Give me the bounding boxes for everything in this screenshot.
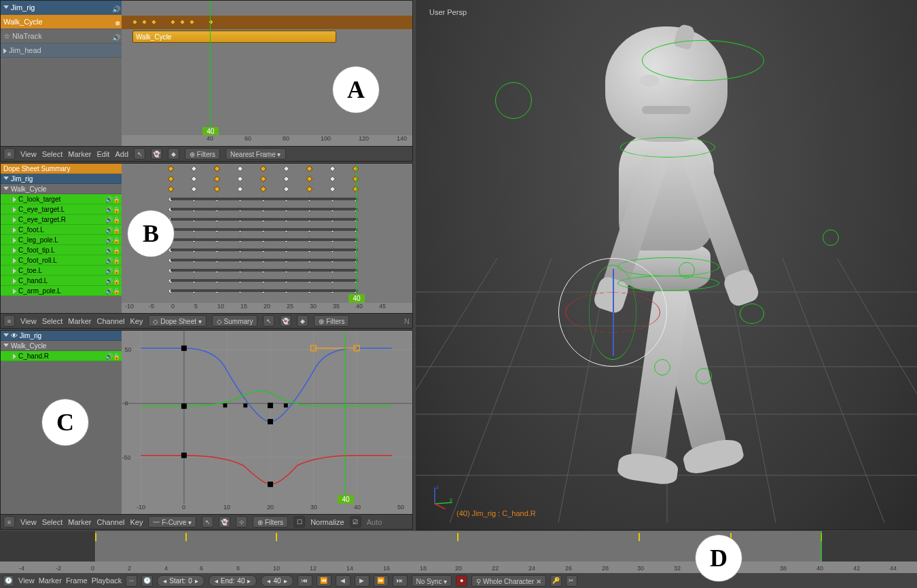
keyframe-diamond[interactable] [306,176,313,183]
jump-start-icon[interactable]: ⏮ [298,575,312,587]
editor-type-icon[interactable]: ≡ [3,148,15,160]
keyframe-diamond[interactable] [191,176,198,183]
play-reverse-icon[interactable]: ◀ [336,575,350,587]
ghost-icon[interactable]: 👻 [151,148,162,160]
dope-bone-row[interactable]: C_leg_pole.L🔊🔒 [1,235,122,245]
keyframe-diamond[interactable] [260,186,267,193]
graph-walkcycle-row[interactable]: Walk_Cycle [1,341,122,351]
keyframe-diamond[interactable] [283,176,290,183]
snowflake-icon[interactable]: ❄ [115,16,120,31]
playhead[interactable] [356,164,357,313]
speaker-icon[interactable]: 🔊 [112,2,120,16]
playhead[interactable] [210,1,211,147]
editor-type-icon[interactable]: ≡ [3,315,15,327]
ghost-icon[interactable]: 👻 [219,516,230,528]
markers-icon[interactable]: ◆ [297,315,308,327]
menu-view[interactable]: View [20,317,37,325]
keyframe-marker[interactable] [276,533,277,541]
menu-frame[interactable]: Frame [66,576,88,585]
keyframe-diamond[interactable] [260,166,267,172]
start-frame-input[interactable]: ◂ Start: 0 ▸ [157,575,204,587]
graph-curve-area[interactable]: 50 0 -50 40 -10 0 10 20 30 40 50 [122,331,412,514]
keyframe-diamond[interactable] [329,186,336,193]
menu-key[interactable]: Key [130,317,143,325]
keyframe-diamond[interactable] [168,176,175,183]
playhead[interactable] [345,331,346,514]
dope-bone-row[interactable]: C_look_target🔊🔒 [1,194,122,204]
nla-row-jim-head[interactable]: Jim_head [1,43,122,58]
sync-dropdown[interactable]: No Sync ▾ [412,575,452,587]
markers-icon[interactable]: ◆ [168,148,179,160]
dope-jim-rig-row[interactable]: Jim_rig [1,174,122,184]
auto-checkbox[interactable]: ☑ [350,516,361,528]
keyframe-diamond[interactable] [237,176,244,183]
range-icon[interactable]: ↔ [126,575,137,587]
key-delete-icon[interactable]: ✂ [566,575,577,587]
keyframe-diamond[interactable] [260,176,267,183]
keyframe-diamond[interactable] [191,186,198,193]
normalize-checkbox[interactable]: ☐ [293,516,305,528]
key-insert-icon[interactable]: 🔑 [550,575,562,587]
play-icon[interactable]: ▶ [355,575,370,587]
filters-button[interactable]: ⊕ Filters [314,315,349,327]
menu-channel[interactable]: Channel [96,518,124,526]
keyframe-diamond[interactable] [329,176,336,183]
sel-icon[interactable]: ↖ [263,315,274,327]
menu-key[interactable]: Key [130,518,143,526]
menu-playback[interactable]: Playback [92,576,122,585]
dope-walkcycle-row[interactable]: Walk_Cycle [1,184,122,194]
dope-summary-row[interactable]: Dope Sheet Summary [1,164,122,174]
3d-viewport[interactable]: User Persp [416,0,917,530]
nla-row-jim-rig[interactable]: Jim_rig 🔊 [1,1,122,15]
editor-type-icon[interactable]: ≡ [3,516,15,528]
nla-row-nlatrack[interactable]: ☆ NlaTrack 🔊 [1,29,122,43]
keyframe-diamond[interactable] [214,186,221,193]
keyframe-diamond[interactable] [283,186,290,193]
menu-select[interactable]: Select [42,317,63,325]
menu-select[interactable]: Select [42,150,63,158]
rotation-gizmo[interactable] [558,258,667,367]
keyframe-diamond[interactable] [306,166,313,172]
dope-bone-row[interactable]: C_hand.L🔊🔒 [1,276,122,286]
filters-button[interactable]: ⊕ Filters [253,516,288,528]
keyframe-diamond[interactable] [237,166,244,172]
keyframe-diamond[interactable] [168,186,175,193]
clock-icon[interactable]: 🕐 [141,575,153,587]
nla-strip[interactable]: Walk_Cycle [132,31,336,43]
menu-view[interactable]: View [20,150,37,158]
snap-dropdown[interactable]: Nearest Frame ▾ [226,148,285,160]
keyframe-diamond[interactable] [191,166,198,172]
summary-toggle[interactable]: ◇ Summary [212,315,258,327]
keyframe-marker[interactable] [639,533,640,541]
dope-bone-row[interactable]: C_foot.L🔊🔒 [1,225,122,235]
menu-marker[interactable]: Marker [68,150,91,158]
keyframe-diamond[interactable] [329,166,336,172]
keyframe-diamond[interactable] [283,166,290,172]
keyframe-diamond[interactable] [214,166,221,172]
graph-bone-row[interactable]: C_hand.R🔊🔒 [1,351,122,361]
filters-button[interactable]: ⊕ Filters [185,148,220,160]
keyframe-diamond[interactable] [214,176,221,183]
keying-set-dropdown[interactable]: ⚲ Whole Character ✕ [471,575,546,587]
ghost-icon[interactable]: 👻 [280,315,291,327]
dope-bone-row[interactable]: C_foot_tip.L🔊🔒 [1,245,122,255]
jump-end-icon[interactable]: ⏭ [393,575,408,587]
keyframe-marker[interactable] [457,533,458,541]
keyframe-diamond[interactable] [237,186,244,193]
keyframe-diamond[interactable] [306,186,313,193]
autokey-icon[interactable]: ● [456,575,467,587]
mode-dropdown[interactable]: 〰 F-Curve ▾ [148,516,196,528]
dope-bone-row[interactable]: C_eye_target.L🔊🔒 [1,204,122,215]
editor-type-icon[interactable]: 🕐 [3,575,14,587]
end-frame-input[interactable]: ◂ End: 40 ▸ [209,575,257,587]
keyframe-diamond[interactable] [168,166,175,172]
keyframe-marker[interactable] [95,533,96,541]
dope-bone-row[interactable]: C_arm_pole.L🔊🔒 [1,286,122,296]
menu-marker[interactable]: Marker [68,317,91,325]
cursor-icon[interactable]: ↖ [134,148,145,160]
next-key-icon[interactable]: ⏩ [374,575,389,587]
dope-bone-row[interactable]: C_eye_target.R🔊🔒 [1,215,122,225]
menu-select[interactable]: Select [42,518,63,526]
prev-key-icon[interactable]: ⏪ [317,575,331,587]
cursor-icon[interactable]: ↖ [202,516,213,528]
